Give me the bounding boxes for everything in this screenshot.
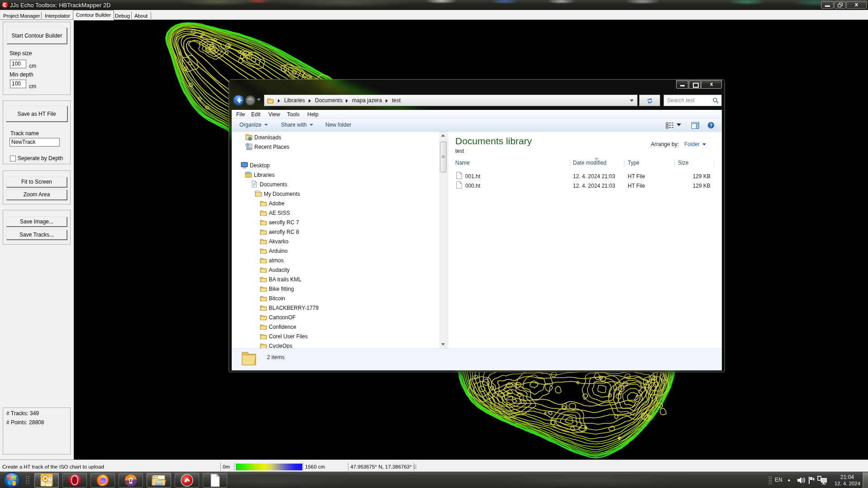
svg-text:?: ? [710,123,713,128]
